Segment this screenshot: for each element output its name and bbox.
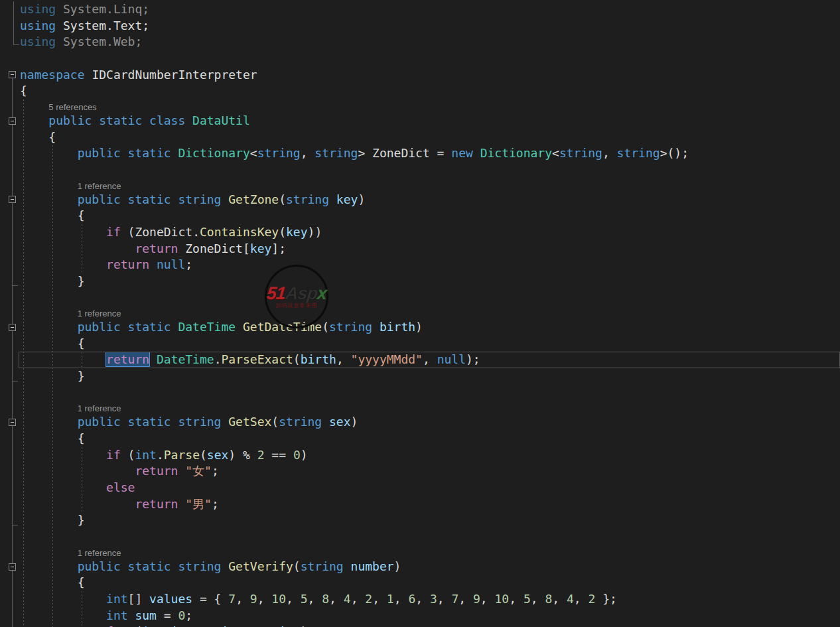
codelens-label[interactable]: 5 references xyxy=(48,102,96,112)
fold-collapse-toggle[interactable] xyxy=(9,196,16,203)
code-token: 17 xyxy=(250,624,265,627)
code-line: public static DateTime GetDateTime(strin… xyxy=(0,319,840,336)
code-token: 2 xyxy=(257,448,265,462)
code-token: { xyxy=(20,575,85,589)
code-token: DateTime xyxy=(157,352,214,366)
code-line xyxy=(0,529,840,545)
fold-end-hook xyxy=(12,285,18,286)
code-token: , xyxy=(437,592,452,606)
code-token: ) % xyxy=(228,448,257,462)
code-line: { xyxy=(0,129,840,146)
fold-collapse-toggle[interactable] xyxy=(9,419,16,426)
code-token: string xyxy=(301,559,344,573)
code-line: return null; xyxy=(0,257,840,273)
code-token: , xyxy=(286,592,301,606)
code-token: ) xyxy=(415,320,423,334)
code-token: System.Linq; xyxy=(56,2,149,16)
code-token: 3 xyxy=(430,592,437,606)
code-token: return xyxy=(135,242,178,255)
code-token: } xyxy=(20,513,85,527)
code-token: ); xyxy=(466,352,480,366)
code-line: } xyxy=(0,368,840,385)
code-token: > xyxy=(358,146,372,160)
codelens-label[interactable]: 1 reference xyxy=(78,309,121,318)
code-token: 1 xyxy=(387,592,394,606)
code-token: ( xyxy=(121,225,135,239)
code-token: == xyxy=(265,448,293,462)
code-token: using xyxy=(20,35,56,48)
code-token: null xyxy=(437,352,466,366)
code-token xyxy=(20,480,106,494)
code-token: int xyxy=(142,624,164,627)
code-token: ) xyxy=(351,415,358,429)
code-token: int xyxy=(106,592,128,606)
code-token: string xyxy=(257,146,301,160)
code-token: birth xyxy=(380,320,415,334)
fold-collapse-toggle[interactable] xyxy=(9,324,16,331)
code-token: GetSex xyxy=(228,415,271,429)
codelens-label[interactable]: 1 reference xyxy=(78,403,121,413)
code-line: } xyxy=(0,512,840,529)
code-token: , xyxy=(574,592,589,606)
code-token: DateTime xyxy=(178,320,236,334)
code-token: ContainsKey xyxy=(200,225,279,239)
code-line: if (int.Parse(sex) % 2 == 0) xyxy=(0,447,840,464)
code-token: ++) xyxy=(286,624,308,627)
code-token: public static string xyxy=(20,192,228,206)
code-token: , xyxy=(351,592,366,606)
code-token: = xyxy=(178,624,200,627)
code-line: public static string GetSex(string sex) xyxy=(0,414,840,431)
code-token: public static xyxy=(20,146,178,160)
code-token: 2 xyxy=(365,592,372,606)
codelens-label[interactable]: 1 reference xyxy=(78,548,121,558)
code-token: null xyxy=(157,257,185,271)
code-token: ParseExact xyxy=(221,352,293,366)
fold-collapse-toggle[interactable] xyxy=(9,563,16,571)
code-editor[interactable]: using System.Linq;using System.Text;usin… xyxy=(0,0,840,627)
fold-collapse-toggle[interactable] xyxy=(9,71,16,78)
code-token: ( xyxy=(322,320,329,334)
code-token: ; xyxy=(185,608,192,622)
code-token: key xyxy=(286,225,308,239)
codelens-label[interactable]: 1 reference xyxy=(78,181,121,191)
code-token xyxy=(178,497,185,511)
code-token: i xyxy=(279,624,286,627)
code-token: ( xyxy=(271,415,279,429)
code-line xyxy=(0,290,840,307)
code-token: key xyxy=(336,192,358,206)
code-token: else xyxy=(106,480,135,494)
fold-collapse-toggle[interactable] xyxy=(9,117,16,125)
code-token xyxy=(344,559,351,573)
code-token: 0 xyxy=(200,624,207,627)
code-token: 4 xyxy=(567,592,574,606)
code-token: Parse xyxy=(164,448,200,462)
code-area[interactable]: using System.Linq;using System.Text;usin… xyxy=(0,1,840,627)
code-token xyxy=(20,608,106,622)
code-token xyxy=(20,592,106,606)
code-token: ]; xyxy=(271,242,286,255)
code-token: [] xyxy=(128,592,150,606)
code-token xyxy=(20,257,106,271)
code-token: public static class xyxy=(20,113,192,127)
code-token: 4 xyxy=(344,592,351,606)
code-token: , xyxy=(480,592,495,606)
code-line: public static Dictionary<string, string>… xyxy=(0,145,840,162)
code-line xyxy=(0,385,840,401)
code-line: for (int i = 0; i < 17; i++) xyxy=(0,624,840,627)
code-token: public static string xyxy=(20,415,228,429)
code-token: = xyxy=(157,608,178,622)
code-token: sex xyxy=(207,448,229,462)
code-line-current: return DateTime.ParseExact(birth, "yyyyM… xyxy=(0,352,840,368)
code-token: { xyxy=(20,84,27,98)
code-token: using xyxy=(20,2,56,16)
code-token xyxy=(473,146,480,160)
codelens-references: 1 reference xyxy=(0,401,840,414)
code-token: 0 xyxy=(293,448,301,462)
code-token: if xyxy=(106,225,121,239)
code-token: . xyxy=(214,352,222,366)
code-token: , xyxy=(308,592,322,606)
code-token: sex xyxy=(329,415,351,429)
code-token: . xyxy=(157,448,164,462)
code-line: public static class DataUtil xyxy=(0,113,840,129)
code-line: using System.Linq; xyxy=(0,1,840,18)
